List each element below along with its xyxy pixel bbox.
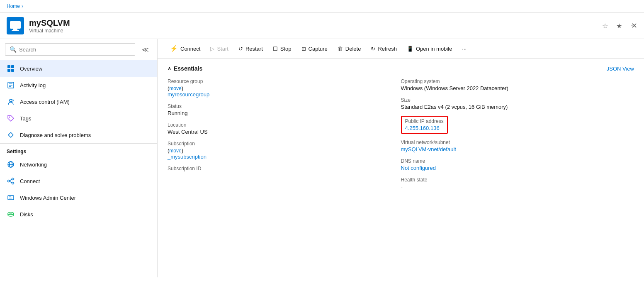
status-field: Status Running bbox=[168, 103, 384, 116]
resource-group-field: Resource group (move) myresourcegroup bbox=[168, 78, 384, 98]
breadcrumb: Home › bbox=[0, 0, 644, 13]
sidebar-item-access-control[interactable]: Access control (IAM) bbox=[0, 93, 157, 110]
refresh-button[interactable]: ↻ Refresh bbox=[367, 43, 401, 54]
essentials-section: ∧ Essentials JSON View Resource group (m… bbox=[158, 59, 644, 277]
size-field: Size Standard E2as v4 (2 vcpus, 16 GiB m… bbox=[401, 97, 618, 110]
disks-icon bbox=[7, 210, 15, 218]
search-box: 🔍 ≪ bbox=[0, 39, 157, 60]
stop-button[interactable]: ☐ Stop bbox=[269, 43, 296, 54]
svg-line-21 bbox=[10, 181, 12, 183]
diagnose-icon bbox=[7, 131, 15, 139]
sidebar-item-connect[interactable]: Connect bbox=[0, 173, 157, 189]
mobile-icon: 📱 bbox=[407, 46, 413, 52]
os-field: Operating system Windows (Windows Server… bbox=[401, 78, 618, 91]
dns-field: DNS name Not configured bbox=[401, 158, 618, 171]
start-button[interactable]: ▷ Start bbox=[206, 43, 232, 54]
settings-section-header: Settings bbox=[0, 143, 157, 156]
sidebar-item-windows-admin[interactable]: Windows Admin Center bbox=[0, 189, 157, 206]
collapse-sidebar-button[interactable]: ≪ bbox=[139, 44, 152, 55]
svg-point-26 bbox=[8, 214, 14, 216]
resource-group-link[interactable]: myresourcegroup bbox=[168, 91, 209, 98]
start-icon: ▷ bbox=[210, 46, 214, 52]
more-toolbar-button[interactable]: ··· bbox=[458, 43, 471, 54]
vnet-link[interactable]: mySQLVM-vnet/default bbox=[401, 146, 456, 152]
network-icon bbox=[7, 160, 15, 169]
json-view-link[interactable]: JSON View bbox=[607, 66, 634, 72]
public-ip-highlight-box: Public IP address 4.255.160.136 bbox=[401, 116, 448, 134]
search-icon: 🔍 bbox=[10, 46, 17, 53]
svg-rect-0 bbox=[10, 21, 21, 29]
open-mobile-button[interactable]: 📱 Open in mobile bbox=[403, 43, 456, 54]
location-field: Location West Central US bbox=[168, 122, 384, 135]
connect-icon bbox=[7, 177, 15, 185]
svg-rect-22 bbox=[8, 196, 14, 200]
delete-button[interactable]: 🗑 Delete bbox=[333, 43, 365, 54]
breadcrumb-home[interactable]: Home bbox=[7, 3, 20, 9]
content-area: ⚡ Connect ▷ Start ↺ Restart ☐ Stop ⊡ Cap… bbox=[158, 39, 644, 277]
essentials-header: ∧ Essentials JSON View bbox=[168, 65, 634, 72]
sidebar-item-label: Tags bbox=[20, 115, 31, 122]
sidebar-item-label: Activity log bbox=[20, 82, 46, 88]
essentials-left-col: Resource group (move) myresourcegroup St… bbox=[168, 78, 401, 196]
nav-list: Overview Activity log bbox=[0, 60, 157, 277]
subscription-id-field: Subscription ID bbox=[168, 166, 384, 171]
computer-icon bbox=[9, 20, 22, 31]
svg-rect-5 bbox=[7, 69, 10, 72]
toolbar: ⚡ Connect ▷ Start ↺ Restart ☐ Stop ⊡ Cap… bbox=[158, 39, 644, 59]
vnet-field: Virtual network/subnet mySQLVM-vnet/defa… bbox=[401, 140, 618, 152]
connect-icon: ⚡ bbox=[170, 45, 178, 52]
activity-log-icon bbox=[7, 81, 15, 89]
resource-group-move-link[interactable]: move bbox=[169, 86, 181, 91]
close-button[interactable]: ✕ bbox=[631, 21, 637, 30]
vm-icon bbox=[7, 17, 24, 34]
search-field[interactable] bbox=[19, 47, 131, 53]
header-title: mySQLVM Virtual machine bbox=[29, 18, 600, 34]
sidebar: 🔍 ≪ Overview bbox=[0, 39, 158, 277]
sidebar-item-label: Connect bbox=[20, 178, 40, 184]
subscription-field: Subscription (move) _mysubscription bbox=[168, 141, 384, 160]
sidebar-item-label: Windows Admin Center bbox=[20, 195, 76, 201]
stop-icon: ☐ bbox=[273, 46, 278, 52]
vm-name: mySQLVM bbox=[29, 18, 600, 28]
svg-line-20 bbox=[10, 179, 12, 181]
connect-button[interactable]: ⚡ Connect bbox=[166, 42, 204, 55]
sidebar-item-label: Access control (IAM) bbox=[20, 99, 70, 105]
restart-button[interactable]: ↺ Restart bbox=[234, 43, 267, 54]
health-state-field: Health state - bbox=[401, 177, 618, 190]
subscription-link[interactable]: _mysubscription bbox=[168, 154, 207, 160]
sidebar-item-networking[interactable]: Networking bbox=[0, 156, 157, 173]
overview-icon bbox=[7, 64, 15, 73]
sidebar-item-activity-log[interactable]: Activity log bbox=[0, 77, 157, 93]
svg-rect-3 bbox=[7, 65, 10, 68]
main-layout: 🔍 ≪ Overview bbox=[0, 39, 644, 277]
sidebar-item-label: Overview bbox=[20, 66, 42, 72]
page-header: mySQLVM Virtual machine ☆ ★ ··· ✕ bbox=[0, 13, 644, 39]
svg-point-11 bbox=[10, 99, 12, 102]
public-ip-field: Public IP address 4.255.160.136 bbox=[401, 116, 618, 134]
svg-rect-1 bbox=[13, 29, 17, 30]
breadcrumb-separator: › bbox=[22, 3, 23, 9]
capture-icon: ⊡ bbox=[301, 46, 306, 52]
essentials-title: ∧ Essentials bbox=[168, 65, 202, 72]
subscription-move-link[interactable]: move bbox=[169, 148, 181, 154]
svg-rect-4 bbox=[11, 65, 14, 68]
sidebar-item-label: Networking bbox=[20, 162, 47, 168]
sidebar-item-overview[interactable]: Overview bbox=[0, 60, 157, 77]
sidebar-item-tags[interactable]: Tags bbox=[0, 110, 157, 127]
favorite-outline-button[interactable]: ☆ bbox=[600, 20, 610, 32]
admin-center-icon bbox=[7, 193, 15, 202]
favorite-filled-button[interactable]: ★ bbox=[615, 20, 624, 32]
capture-button[interactable]: ⊡ Capture bbox=[297, 43, 332, 54]
public-ip-link[interactable]: 4.255.160.136 bbox=[405, 125, 440, 131]
refresh-icon: ↻ bbox=[371, 46, 375, 52]
sidebar-item-disks[interactable]: Disks bbox=[0, 206, 157, 223]
sidebar-item-diagnose[interactable]: Diagnose and solve problems bbox=[0, 127, 157, 143]
tags-icon bbox=[7, 114, 15, 122]
vm-subtitle: Virtual machine bbox=[29, 28, 600, 34]
search-input-wrapper[interactable]: 🔍 bbox=[5, 43, 135, 56]
dns-link[interactable]: Not configured bbox=[401, 165, 436, 171]
sidebar-item-label: Diagnose and solve problems bbox=[20, 132, 91, 138]
sidebar-item-label: Disks bbox=[20, 211, 33, 218]
svg-point-17 bbox=[8, 180, 10, 182]
restart-icon: ↺ bbox=[238, 46, 243, 52]
